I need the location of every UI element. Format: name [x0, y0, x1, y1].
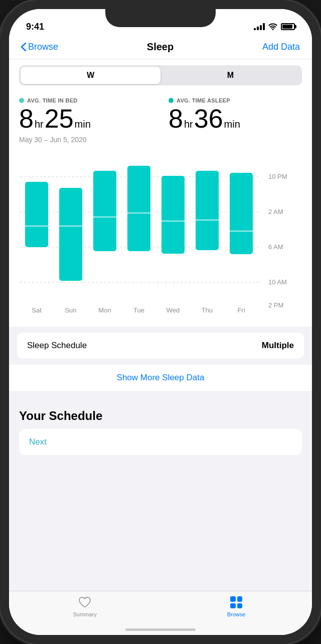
sleep-schedule-card[interactable]: Sleep Schedule Multiple — [17, 333, 304, 359]
chart-section: 10 PM 2 AM 6 AM 10 AM 2 PM — [9, 148, 312, 327]
tab-bar-summary[interactable]: Summary — [9, 595, 160, 617]
stat-time-asleep: AVG. TIME ASLEEP 8 hr 36 min — [169, 97, 302, 132]
svg-text:Thu: Thu — [202, 306, 213, 314]
time-in-bed-hr-unit: hr — [35, 119, 44, 130]
show-more-button[interactable]: Show More Sleep Data — [117, 373, 205, 382]
svg-rect-18 — [162, 176, 185, 254]
svg-rect-12 — [59, 188, 82, 281]
sleep-schedule-value: Multiple — [262, 341, 294, 351]
time-in-bed-minutes: 25 — [45, 105, 74, 132]
time-in-bed-dot — [19, 98, 24, 103]
time-asleep-label: AVG. TIME ASLEEP — [177, 97, 230, 103]
scroll-area[interactable]: W M AVG. TIME IN BED 8 — [9, 59, 312, 585]
svg-rect-20 — [196, 171, 219, 250]
back-button[interactable]: Browse — [21, 42, 58, 52]
time-asleep-min-unit: min — [224, 119, 240, 130]
summary-tab-label: Summary — [73, 611, 96, 617]
time-asleep-dot — [169, 98, 174, 103]
navigation-bar: Browse Sleep Add Data — [9, 37, 312, 59]
svg-text:2 PM: 2 PM — [268, 301, 283, 309]
browse-tab-label: Browse — [227, 611, 246, 617]
signal-bars-icon — [254, 23, 265, 30]
period-tabs-section: W M — [9, 59, 312, 91]
browse-grid-icon — [229, 595, 243, 609]
section-divider — [9, 397, 312, 401]
time-in-bed-label: AVG. TIME IN BED — [27, 97, 78, 103]
svg-text:10 PM: 10 PM — [268, 173, 287, 180]
chart-wrapper: 10 PM 2 AM 6 AM 10 AM 2 PM — [9, 152, 312, 323]
phone-frame: 9:41 B — [0, 0, 321, 644]
page-title: Sleep — [147, 41, 174, 53]
tab-bar-browse[interactable]: Browse — [160, 595, 312, 617]
status-icons — [254, 23, 295, 30]
schedule-title: Your Schedule — [19, 409, 302, 423]
svg-text:Wed: Wed — [167, 306, 180, 314]
wifi-icon — [268, 23, 277, 30]
time-in-bed-min-unit: min — [75, 119, 91, 130]
date-range: May 30 – Jun 5, 2020 — [9, 134, 312, 148]
svg-rect-22 — [230, 173, 253, 254]
time-asleep-hr-unit: hr — [184, 119, 193, 130]
svg-rect-10 — [25, 241, 48, 245]
tab-week[interactable]: W — [21, 67, 160, 84]
sleep-chart: 10 PM 2 AM 6 AM 10 AM 2 PM — [19, 152, 302, 317]
time-asleep-hours: 8 — [169, 105, 183, 132]
svg-rect-14 — [93, 171, 116, 251]
stats-grid: AVG. TIME IN BED 8 hr 25 min AVG. TIME A… — [19, 97, 302, 132]
show-more-section: Show More Sleep Data — [9, 365, 312, 391]
status-time: 9:41 — [26, 22, 44, 32]
back-label: Browse — [28, 42, 58, 52]
stat-time-in-bed: AVG. TIME IN BED 8 hr 25 min — [19, 97, 152, 132]
chevron-left-icon — [21, 43, 26, 51]
svg-rect-9 — [25, 182, 48, 247]
svg-rect-16 — [127, 166, 150, 251]
add-data-button[interactable]: Add Data — [262, 42, 300, 52]
battery-icon — [281, 23, 295, 30]
tab-month[interactable]: M — [160, 67, 300, 84]
time-in-bed-hours: 8 — [19, 105, 34, 132]
time-asleep-minutes: 36 — [194, 105, 223, 132]
home-indicator — [125, 628, 196, 631]
schedule-card[interactable]: Next — [19, 429, 302, 455]
svg-text:2 AM: 2 AM — [268, 208, 283, 216]
stats-section: AVG. TIME IN BED 8 hr 25 min AVG. TIME A… — [9, 91, 312, 134]
notch — [105, 9, 216, 27]
your-schedule-section: Your Schedule Next — [9, 401, 312, 459]
svg-text:Fri: Fri — [237, 306, 245, 314]
svg-text:10 AM: 10 AM — [268, 278, 287, 286]
svg-text:Mon: Mon — [98, 306, 111, 314]
svg-text:Tue: Tue — [133, 306, 144, 314]
phone-screen: 9:41 B — [9, 9, 312, 635]
tabs-container: W M — [19, 65, 302, 85]
next-label: Next — [29, 437, 47, 447]
heart-icon — [78, 595, 92, 609]
sleep-schedule-label: Sleep Schedule — [27, 341, 87, 351]
svg-text:6 AM: 6 AM — [268, 243, 283, 251]
svg-text:Sat: Sat — [32, 306, 42, 314]
svg-text:Sun: Sun — [65, 306, 76, 314]
